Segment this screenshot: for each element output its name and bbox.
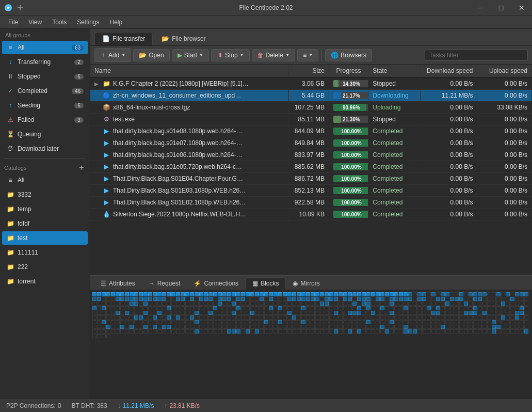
table-row[interactable]: 💧 Silverton.Siege.2022.1080p.Netflix.WEB… (90, 209, 532, 220)
block-cell (287, 329, 292, 334)
table-row[interactable]: ▶ that.dirty.black.bag.s01e06.1080p.web.… (90, 149, 532, 161)
menu-view[interactable]: View (24, 18, 46, 27)
block-cell (404, 311, 408, 315)
block-cell (515, 329, 519, 334)
table-row[interactable]: ▶ 📁 K.G.F Chapter 2 (2022) [1080p] [WEBR… (90, 77, 532, 90)
tab-attributes[interactable]: ☰ Attributes (94, 278, 141, 289)
start-button[interactable]: ▶ Start ▼ (172, 49, 209, 61)
sidebar-item-failed[interactable]: ⚠ Failed 3 (2, 113, 88, 126)
block-cell (459, 325, 463, 329)
block-cell (413, 315, 417, 320)
block-cell (413, 292, 417, 296)
table-row[interactable]: ⚙ test.exe 85.11 MB 21.30% Stopped 0.00 … (90, 114, 532, 125)
sidebar-item-cat-test[interactable]: 📁 test (2, 231, 88, 245)
sidebar-item-cat-222[interactable]: 📁 222 (2, 260, 88, 274)
block-cell (227, 302, 231, 306)
menu-help[interactable]: Help (106, 18, 127, 27)
tab-file-browser[interactable]: 📂 File browser (154, 32, 213, 45)
sidebar-item-cat-3332[interactable]: 📁 3332 (2, 188, 88, 201)
table-row[interactable]: 📦 x86_64-linux-musl-cross.tgz 107.25 MB … (90, 102, 532, 114)
block-cell (250, 320, 254, 324)
sidebar-item-queuing[interactable]: ⏳ Queuing (2, 128, 88, 141)
tab-file-transfer[interactable]: 📄 File transfer (94, 32, 153, 45)
sidebar: All groups ≡ All 63 ↓ Transferring 2 ⏸ S… (0, 29, 90, 399)
block-cell (380, 292, 384, 296)
block-cell (246, 306, 250, 310)
block-cell (208, 306, 213, 310)
sidebar-item-transferring[interactable]: ↓ Transferring 2 (2, 55, 88, 69)
tab-connections[interactable]: ⚡ Connections (187, 278, 245, 289)
sidebar-item-download-later[interactable]: ⏱ Download later (2, 142, 88, 155)
delete-button[interactable]: 🗑 Delete ▼ (252, 49, 296, 61)
stop-button[interactable]: ⏸ Stop ▼ (211, 49, 250, 61)
sidebar-item-cat-temp[interactable]: 📁 temp (2, 202, 88, 216)
browsers-button[interactable]: 🌐 Browsers (325, 49, 372, 61)
block-cell (218, 292, 222, 296)
progress-text: 100.00% (333, 139, 368, 147)
table-row[interactable]: 🔵 zh-cn_windows_11_consumer_editions_upd… (90, 90, 532, 102)
table-row[interactable]: ▶ that.dirty.black.bag.s01e08.1080p.web.… (90, 125, 532, 137)
block-cell (260, 320, 264, 324)
close-button[interactable]: ✕ (511, 0, 532, 15)
start-label: Start (184, 52, 197, 59)
add-catalog-button[interactable]: + (77, 164, 86, 172)
add-button[interactable]: ＋ Add ▼ (94, 48, 131, 62)
sidebar-item-completed[interactable]: ✓ Completed 46 (2, 84, 88, 98)
block-cell (125, 329, 129, 334)
maximize-button[interactable]: □ (491, 0, 511, 15)
tab-request[interactable]: → Request (142, 278, 187, 289)
block-cell (455, 292, 459, 296)
table-row[interactable]: ▶ That.Dirty.Black.Bag.S01E02.1080p.WEB.… (90, 197, 532, 209)
minimize-button[interactable]: ─ (470, 0, 491, 15)
expand-icon[interactable]: ▶ (94, 81, 101, 87)
block-cell (469, 302, 473, 306)
block-cell (348, 297, 352, 301)
tasks-filter-input[interactable] (425, 50, 528, 61)
block-cell (213, 325, 217, 329)
block-cell (250, 325, 254, 329)
block-cell (287, 311, 292, 315)
block-cell (329, 320, 333, 324)
block-cell (380, 311, 384, 315)
connections-icon: ⚡ (194, 280, 201, 287)
block-cell (371, 306, 375, 310)
table-row[interactable]: ▶ that.dirty.black.bag.s01e05.720p.web.h… (90, 161, 532, 173)
sidebar-item-stopped[interactable]: ⏸ Stopped 6 (2, 70, 88, 83)
block-cell (111, 292, 115, 296)
menu-settings[interactable]: Settings (73, 18, 103, 27)
block-cell (190, 315, 194, 320)
block-cell (380, 297, 384, 301)
table-row[interactable]: ▶ That.Dirty.Black.Bag.S01E04.Chapter.Fo… (90, 173, 532, 185)
block-cell (157, 311, 162, 315)
sidebar-item-seeding[interactable]: ↑ Seeding 6 (2, 99, 88, 112)
block-cell (250, 297, 254, 301)
block-cell (232, 320, 236, 324)
menu-tools[interactable]: Tools (48, 18, 71, 27)
open-icon: 📂 (139, 52, 147, 59)
more-button[interactable]: ≡ ▼ (297, 49, 318, 61)
request-icon: → (149, 280, 155, 287)
block-cell (515, 315, 519, 320)
sidebar-item-all[interactable]: ≡ All 63 (2, 41, 88, 54)
block-cell (199, 325, 203, 329)
block-cell (427, 292, 431, 296)
block-cell (366, 315, 370, 320)
sidebar-item-cat-fdfdf[interactable]: 📁 fdfdf (2, 217, 88, 230)
block-cell (357, 297, 361, 301)
block-cell (390, 320, 394, 324)
table-row[interactable]: ▶ That.Dirty.Black.Bag.S01E03.1080p.WEB.… (90, 185, 532, 197)
table-row[interactable]: ▶ that.dirty.black.bag.s01e07.1080p.web.… (90, 137, 532, 149)
open-button[interactable]: 📂 Open (133, 49, 169, 61)
block-cell (385, 302, 389, 306)
tab-blocks[interactable]: ▦ Blocks (246, 277, 285, 290)
block-cell (343, 292, 347, 296)
tab-mirrors[interactable]: ◉ Mirrors (286, 278, 326, 289)
block-cell (357, 306, 361, 310)
sidebar-item-cat-111111[interactable]: 📁 111111 (2, 246, 88, 259)
block-cell (362, 302, 366, 306)
block-cell (371, 292, 375, 296)
state-cell: Stopped (368, 114, 421, 125)
sidebar-item-cat-all[interactable]: ≡ All (2, 173, 88, 187)
sidebar-item-cat-torrent[interactable]: 📁 torrent (2, 275, 88, 288)
menu-file[interactable]: File (4, 18, 22, 27)
